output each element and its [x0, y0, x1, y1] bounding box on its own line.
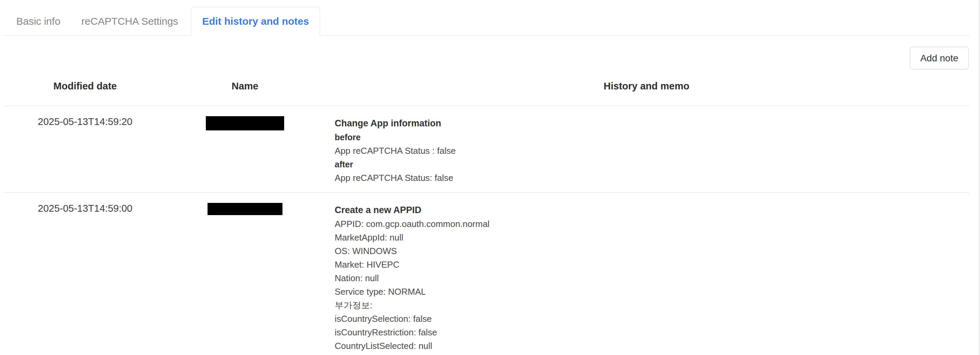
column-header-modified-date: Modified date — [4, 71, 166, 106]
history-line: OS: WINDOWS — [335, 244, 969, 258]
toolbar: Add note — [0, 36, 980, 70]
history-line: App reCAPTCHA Status: false — [335, 171, 969, 185]
tab-basic-info[interactable]: Basic info — [6, 7, 71, 36]
column-header-history-and-memo: History and memo — [324, 71, 969, 106]
redacted-name-block — [208, 203, 282, 215]
history-line: after — [335, 157, 969, 171]
history-line: APPID: com.gcp.oauth.common.normal — [335, 217, 969, 231]
history-line: before — [335, 130, 969, 144]
add-note-button[interactable]: Add note — [910, 47, 969, 70]
history-title: Change App information — [335, 116, 969, 130]
table-header-row: Modified date Name History and memo — [4, 71, 969, 106]
tab-recaptcha-settings[interactable]: reCAPTCHA Settings — [71, 7, 189, 36]
tab-bar: Basic info reCAPTCHA Settings Edit histo… — [4, 0, 969, 36]
redacted-name-block — [206, 116, 284, 130]
history-line: isCountrySelection: false — [335, 312, 969, 325]
history-line: App reCAPTCHA Status : false — [335, 144, 969, 157]
history-line: Nation: null — [335, 271, 969, 285]
history-line: 부가정보: — [335, 298, 969, 312]
tab-bar-divider — [4, 35, 969, 36]
tab-edit-history-and-notes[interactable]: Edit history and notes — [191, 7, 320, 36]
history-line: CountryListSelected: null — [335, 339, 969, 353]
history-title: Create a new APPID — [335, 203, 969, 217]
history-memo-cell: Change App information before App reCAPT… — [324, 106, 969, 193]
name-cell — [166, 106, 324, 193]
history-line: MarketAppId: null — [335, 231, 969, 244]
table-row: 2025-05-13T14:59:00 Create a new APPID A… — [4, 193, 969, 355]
edit-history-table: Modified date Name History and memo 2025… — [4, 71, 969, 355]
modified-date-value: 2025-05-13T14:59:20 — [4, 106, 166, 193]
history-line: isCountryRestriction: false — [335, 325, 969, 339]
table-row: 2025-05-13T14:59:20 Change App informati… — [4, 106, 969, 193]
history-line: Service type: NORMAL — [335, 285, 969, 298]
modified-date-value: 2025-05-13T14:59:00 — [4, 193, 166, 355]
name-cell — [166, 193, 324, 355]
history-line: Market: HIVEPC — [335, 258, 969, 271]
column-header-name: Name — [166, 71, 324, 106]
history-memo-cell: Create a new APPID APPID: com.gcp.oauth.… — [324, 193, 969, 355]
